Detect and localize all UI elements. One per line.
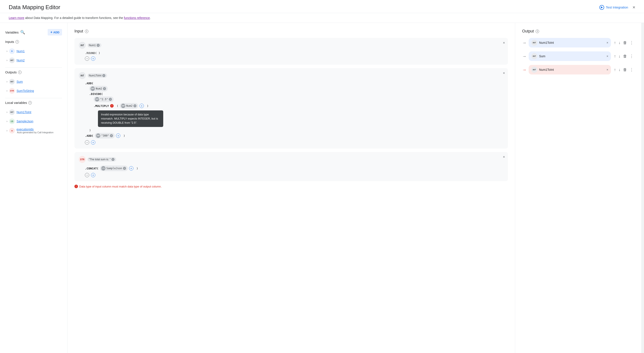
svg-marker-0 [601,6,603,9]
close-button[interactable]: × [632,5,635,10]
sidebar: Variables 🔍 + ADD Inputs i › D Num1 [0,23,68,353]
add-row-button-3[interactable]: + [91,173,95,177]
learn-more-link[interactable]: Learn more [9,16,24,20]
sidebar-item-num2[interactable]: › INT Num2 [5,56,62,65]
outputs-info-icon[interactable]: i [18,71,22,74]
300-tag-close[interactable]: × [110,134,113,137]
var-name-executionids[interactable]: executionIds [16,128,54,131]
out3-more[interactable]: ⋮ [629,66,634,73]
var-name-sum[interactable]: Sum [16,80,23,83]
card2-add300-line: .ADD( INT "300" × + ) [79,132,504,139]
card1-tag-close[interactable]: × [97,44,100,47]
add300-plus[interactable]: + [116,134,120,138]
out1-close[interactable]: × [606,41,608,45]
type-badge-j: {J} [9,119,15,124]
add-row-button[interactable]: + [91,56,95,61]
add-row-button-2[interactable]: + [91,140,95,145]
input-info-icon[interactable]: i [85,30,88,33]
out1-up[interactable]: ↑ [613,40,617,46]
inputs-info-icon[interactable]: i [16,40,19,44]
card2-add-line: .ADD( [79,81,504,85]
card2-25-tag: INT "2.5" × [94,97,114,102]
out3-close[interactable]: × [606,68,608,72]
input-panel-header: Input i [74,29,508,34]
arrow-right-3-red: → [522,67,526,72]
card1-add-remove: − + [79,56,504,61]
remove-row-button-2[interactable]: − [85,140,89,145]
sidebar-item-executionids[interactable]: › SI executionIds Auto-generated by Call… [5,126,62,135]
out2-name: Sum [539,55,605,58]
local-vars-info-icon[interactable]: i [28,101,32,105]
card3-tag-close[interactable]: × [112,158,114,161]
add-plus-icon: + [50,30,52,34]
sidebar-item-sum[interactable]: › INT Sum [5,77,62,86]
local-variables-label: Local variables [5,101,27,105]
samplejson-close[interactable]: × [123,167,126,170]
card2-tag-close[interactable]: × [102,74,105,77]
output-tag-3: INT Num1ToInt × [529,65,611,75]
bottom-error-icon: ! [74,185,78,188]
remove-row-button-3[interactable]: − [85,173,89,177]
multiply-add-arg[interactable]: + [140,104,144,108]
var-name-samplejson[interactable]: SampleJson [16,120,33,123]
divider2 [5,98,62,98]
var-name-num1[interactable]: Num1 [16,50,24,53]
card2-tag: Num1ToInt × [88,73,107,78]
out1-more[interactable]: ⋮ [629,40,634,46]
main-layout: Variables 🔍 + ADD Inputs i › D Num1 [0,23,644,353]
sidebar-item-num1[interactable]: › D Num1 [5,47,62,56]
remove-row-button[interactable]: − [85,56,89,61]
output-info-icon[interactable]: i [536,30,539,33]
chevron-icon: › [6,50,8,53]
multiply-tag-close[interactable]: × [134,104,136,107]
sidebar-item-sumtostring[interactable]: › STR SumToString [5,86,62,95]
out1-down[interactable]: ↓ [618,40,621,46]
card3-tag: "The total sum is: " × [88,157,116,162]
input-card-2: INT Num1ToInt × × .ADD( INT Num2 × [74,68,508,149]
card1-close[interactable]: × [503,41,505,45]
var-sub-executionids: Auto-generated by Call Integration [17,131,54,134]
sidebar-item-samplejson[interactable]: › {J} SampleJson [5,117,62,126]
chevron-icon: › [6,80,8,83]
var-name-num2[interactable]: Num2 [16,59,24,62]
out2-close[interactable]: × [606,55,608,58]
concat-plus[interactable]: + [129,166,134,171]
out1-actions: ↑ ↓ 🗑 ⋮ [613,40,634,46]
num2-tag-close[interactable]: × [103,87,106,90]
scrollbar-track[interactable] [642,23,644,353]
output-label: Output [522,29,534,34]
type-badge-str: STR [9,88,15,94]
out3-down[interactable]: ↓ [618,67,621,73]
out2-up[interactable]: ↑ [613,53,617,60]
variables-label: Variables [5,31,18,34]
card2-num2-tag-line: INT Num2 × [79,85,504,92]
info-text-after: . [150,16,150,20]
card2-divide-line: .DIVIDE( [79,92,504,96]
out2-down[interactable]: ↓ [618,53,621,60]
var-name-num1toint[interactable]: Num1ToInt [16,110,31,114]
card2-close[interactable]: × [503,71,505,75]
output-tag-1: INT Num1ToInt × [529,38,611,48]
out3-up[interactable]: ↑ [613,67,617,73]
card2-25-tag-line: INT "2.5" × [79,96,504,103]
chevron-icon: › [6,59,8,62]
page-title: Data Mapping Editor [9,4,60,11]
25-name: "2.5" [100,98,108,101]
sidebar-item-num1toint[interactable]: › INT Num1ToInt [5,108,62,117]
search-button[interactable]: 🔍 [20,30,25,35]
add-variable-button[interactable]: + ADD [48,29,62,36]
card3-close[interactable]: × [503,155,505,159]
out3-delete[interactable]: 🗑 [622,67,628,73]
out1-delete[interactable]: 🗑 [622,40,628,46]
chevron-icon: › [6,89,8,92]
var-name-sumtostring[interactable]: SumToString [16,89,34,93]
functions-reference-link[interactable]: functions reference [124,16,150,20]
type-badge-int: INT [9,109,15,115]
25-tag-close[interactable]: × [109,98,112,101]
out2-more[interactable]: ⋮ [629,53,634,60]
output-panel-header: Output i [522,29,634,34]
type-badge-d: D [9,48,15,54]
info-text-middle: about Data Mapping. For a detailed guide… [24,16,124,20]
out2-delete[interactable]: 🗑 [622,53,628,60]
test-integration-button[interactable]: Test Integration [600,5,628,10]
